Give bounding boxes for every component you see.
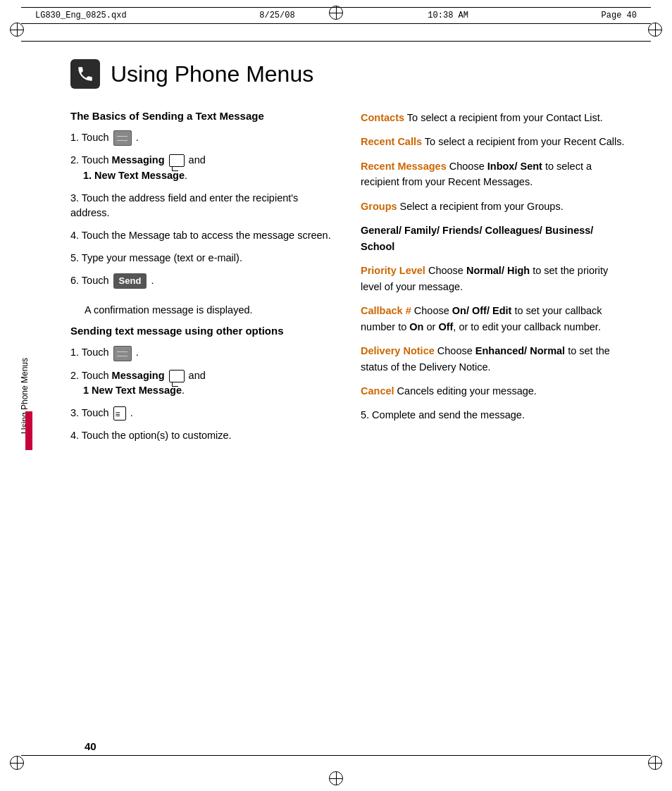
step-2-2: 2. Touch Messaging and 1 New Text Messag… xyxy=(70,368,340,399)
term-group-types: General/ Family/ Friends/ Colleagues/ Bu… xyxy=(361,223,630,254)
step-1-6: 6. Touch Send . xyxy=(70,273,340,289)
section2-steps: 1. Touch . 2. Touch Messaging and 1 New … xyxy=(70,345,340,443)
term-contacts: Contacts To select a recipient from your… xyxy=(361,110,630,125)
title-icon xyxy=(70,59,100,89)
page-number: 40 xyxy=(85,740,97,752)
section2-heading: Sending text message using other options xyxy=(70,325,340,337)
two-col-layout: The Basics of Sending a Text Message 1. … xyxy=(70,110,630,458)
step-2-4: 4. Touch the option(s) to customize. xyxy=(70,428,340,444)
confirmation-note: A confirmation message is displayed. xyxy=(70,303,340,318)
step-2-1: 1. Touch . xyxy=(70,345,340,361)
menu-icon xyxy=(113,406,126,421)
step-1-2: 2. Touch Messaging and 1. New Text Messa… xyxy=(70,153,340,184)
pink-accent-bar xyxy=(25,411,32,450)
step-1-4: 4. Touch the Message tab to access the m… xyxy=(70,228,340,244)
header-time: 10:38 AM xyxy=(428,11,468,20)
reg-mark-bottom-center xyxy=(329,771,343,785)
step-1-5: 5. Type your message (text or e-mail). xyxy=(70,251,340,266)
header-file: LG830_Eng_0825.qxd xyxy=(35,11,127,20)
term-groups: Groups Select a recipient from your Grou… xyxy=(361,199,630,214)
msg-icon-1 xyxy=(169,154,185,167)
page-border-bottom xyxy=(21,755,651,756)
step5-complete: 5. Complete and send the message. xyxy=(361,408,630,423)
main-content: Using Phone Menus The Basics of Sending … xyxy=(70,38,630,458)
term-recent-messages: Recent Messages Choose Inbox/ Sent to se… xyxy=(361,158,630,190)
term-cancel: Cancel Cancels editing your message. xyxy=(361,383,630,399)
page-border-top xyxy=(21,41,651,42)
side-label-container: Using Phone Menus xyxy=(11,0,39,791)
step-1-3: 3. Touch the address field and enter the… xyxy=(70,191,340,222)
header-page: Page 40 xyxy=(602,11,637,20)
reg-mark-top-right xyxy=(648,23,662,37)
phone-icon xyxy=(76,65,94,83)
header-date: 8/25/08 xyxy=(259,11,294,20)
step-2-3: 3. Touch . xyxy=(70,406,340,421)
grid-icon-2 xyxy=(113,346,132,361)
page-title: Using Phone Menus xyxy=(111,61,313,87)
reg-mark-bottom-right xyxy=(648,756,662,770)
step-1-1: 1. Touch . xyxy=(70,130,340,146)
reg-mark-top-center xyxy=(329,6,343,20)
term-callback: Callback # Choose On/ Off/ Edit to set y… xyxy=(361,303,630,335)
left-column: The Basics of Sending a Text Message 1. … xyxy=(70,110,340,458)
send-button-icon: Send xyxy=(113,273,147,289)
grid-icon-1 xyxy=(113,130,132,146)
term-delivery: Delivery Notice Choose Enhanced/ Normal … xyxy=(361,343,630,375)
msg-icon-2 xyxy=(169,370,185,382)
section1-heading: The Basics of Sending a Text Message xyxy=(70,110,340,122)
term-recent-calls: Recent Calls To select a recipient from … xyxy=(361,134,630,149)
right-column: Contacts To select a recipient from your… xyxy=(361,110,630,458)
term-priority: Priority Level Choose Normal/ High to se… xyxy=(361,263,630,294)
section1-steps: 1. Touch . 2. Touch Messaging and 1. New… xyxy=(70,130,340,289)
title-area: Using Phone Menus xyxy=(70,59,630,89)
